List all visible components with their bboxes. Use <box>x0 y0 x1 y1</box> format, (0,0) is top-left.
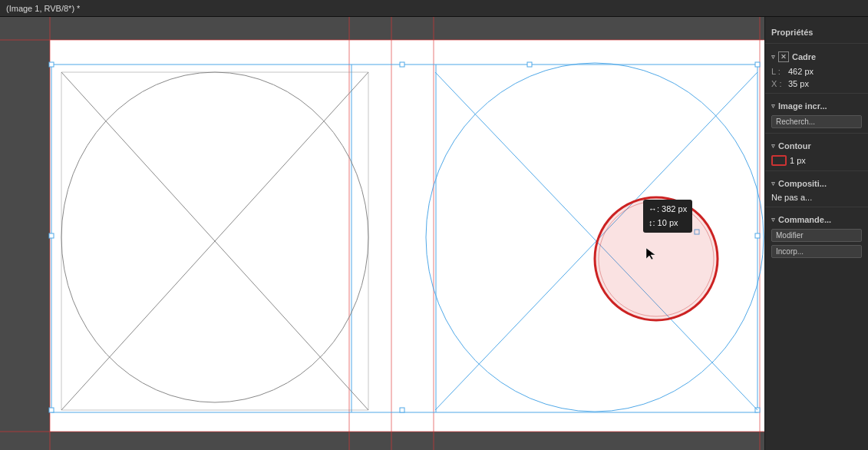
L-value: 462 px <box>788 67 814 76</box>
section-cadre[interactable]: ▿ ✕ Cadre <box>765 47 868 65</box>
section-composition[interactable]: ▿ Compositi... <box>765 174 868 191</box>
svg-rect-8 <box>49 62 54 67</box>
L-row: L : 462 px <box>765 65 868 78</box>
svg-rect-9 <box>755 62 760 67</box>
svg-point-19 <box>61 72 368 402</box>
section-commande[interactable]: ▿ Commande... <box>765 210 868 227</box>
recherch-button[interactable]: Recherch... <box>771 115 862 128</box>
svg-rect-10 <box>49 408 54 412</box>
X-row: X : 35 px <box>765 78 868 90</box>
divider-1 <box>765 43 868 44</box>
canvas-svg <box>0 17 764 450</box>
main-layout: ↔: 382 px ↕: 10 px Propriétés ▿ ✕ Cadre … <box>0 17 868 450</box>
cadre-icon-box: ✕ <box>778 51 789 62</box>
stroke-preview: 1 px <box>771 155 806 166</box>
contour-label: Contour <box>778 141 811 151</box>
canvas-area[interactable]: ↔: 382 px ↕: 10 px <box>0 17 764 450</box>
incorp-button[interactable]: Incorp... <box>771 245 862 258</box>
titlebar: (Image 1, RVB/8*) * <box>0 0 868 17</box>
image-incr-label: Image incr... <box>778 101 827 111</box>
stroke-icon <box>771 155 787 166</box>
contour-row: 1 px <box>765 154 868 167</box>
section-contour[interactable]: ▿ Contour <box>765 137 868 154</box>
svg-rect-15 <box>49 233 54 238</box>
divider-5 <box>765 207 868 207</box>
svg-rect-12 <box>400 62 404 67</box>
composition-label: Compositi... <box>778 179 827 188</box>
X-value: 35 px <box>788 79 809 88</box>
modifier-button[interactable]: Modifier <box>771 229 862 242</box>
blend-row: Ne pas a... <box>765 191 868 203</box>
cadre-label: Cadre <box>792 52 816 61</box>
svg-point-30 <box>595 197 718 320</box>
window-title: (Image 1, RVB/8*) * <box>6 4 80 13</box>
divider-4 <box>765 170 868 171</box>
chevron-contour: ▿ <box>771 142 775 150</box>
svg-rect-14 <box>527 62 532 67</box>
chevron-composition: ▿ <box>771 180 775 187</box>
right-panel: Propriétés ▿ ✕ Cadre L : 462 px X : 35 p… <box>764 17 868 450</box>
svg-rect-16 <box>755 233 760 238</box>
blend-value: Ne pas a... <box>771 193 812 202</box>
chevron-image-incr: ▿ <box>771 102 775 110</box>
svg-rect-13 <box>400 408 404 412</box>
X-label: X : <box>771 79 784 88</box>
chevron-commande: ▿ <box>771 216 775 223</box>
chevron-cadre: ▿ <box>771 53 775 61</box>
commande-label: Commande... <box>778 215 831 224</box>
divider-2 <box>765 93 868 94</box>
contour-value: 1 px <box>790 156 806 165</box>
divider-3 <box>765 133 868 134</box>
panel-title: Propriétés <box>765 23 868 40</box>
L-label: L : <box>771 67 784 76</box>
section-image-incr[interactable]: ▿ Image incr... <box>765 97 868 114</box>
